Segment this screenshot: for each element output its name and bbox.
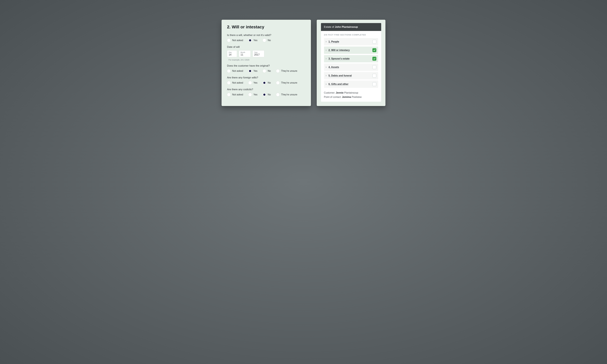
radio-icon <box>248 69 252 73</box>
caret-right-icon <box>326 83 327 85</box>
checkbox-empty-icon <box>372 65 376 69</box>
question-will: Is there a will, whether or not it's val… <box>227 34 305 42</box>
radio-will-yes[interactable]: Yes <box>248 39 257 42</box>
question-foreign: Are there any foreign wills? Not asked Y… <box>227 76 305 85</box>
section-item-spouse[interactable]: 3. Spouse's estate <box>324 55 378 62</box>
section-item-will[interactable]: 2. Will or intestacy <box>324 47 378 54</box>
checkbox-checked-icon <box>372 57 376 61</box>
checkbox-empty-icon <box>372 82 376 86</box>
question-date-of-will: Date of will Day Month Year For example,… <box>227 46 305 61</box>
checkbox-empty-icon <box>372 40 376 44</box>
question-will-options: Not asked Yes No <box>227 39 305 42</box>
question-original-options: Not asked Yes No They're unsure <box>227 69 305 73</box>
radio-codicils-not-asked[interactable]: Not asked <box>227 93 243 96</box>
sidebar-header: Estate of John Plantainsoup <box>321 23 381 31</box>
date-month-input[interactable] <box>240 53 249 56</box>
radio-original-not-asked[interactable]: Not asked <box>227 69 243 73</box>
radio-foreign-yes[interactable]: Yes <box>248 81 257 85</box>
date-of-will-fields: Day Month Year <box>227 50 305 57</box>
radio-icon <box>276 81 280 85</box>
customer-line: Customer: Jennie Plantainsoup <box>324 91 378 94</box>
customer-name-rest: Plantainsoup <box>343 91 358 94</box>
radio-foreign-not-asked[interactable]: Not asked <box>227 81 243 85</box>
poc-label: Point of contact: <box>324 96 342 98</box>
date-of-will-hint: For example, 24 2 2020 <box>228 59 305 61</box>
question-foreign-label: Are there any foreign wills? <box>227 76 305 79</box>
radio-codicils-no[interactable]: No <box>263 93 271 96</box>
date-day-input[interactable] <box>229 53 235 56</box>
date-year-mini-label: Year <box>254 52 263 53</box>
sidebar-inner: Estate of John Plantainsoup 2/6 FACT FIN… <box>321 23 381 102</box>
question-codicils: Are there any codicils? Not asked Yes No… <box>227 88 305 96</box>
question-original-label: Does the customer have the original? <box>227 64 305 67</box>
section-link: 4. Assets <box>329 66 372 68</box>
sidebar-card: Estate of John Plantainsoup 2/6 FACT FIN… <box>317 20 385 106</box>
radio-icon <box>227 93 231 96</box>
section-link: 6. Gifts and other <box>329 83 372 86</box>
section-item-debts[interactable]: 5. Debts and funeral <box>324 72 378 79</box>
date-year-input[interactable] <box>254 53 263 56</box>
radio-icon <box>263 69 266 73</box>
section-item-people[interactable]: 1. People <box>324 38 378 45</box>
question-will-label: Is there a will, whether or not it's val… <box>227 34 305 37</box>
radio-icon <box>248 39 252 42</box>
customer-label: Customer: <box>324 91 336 94</box>
sidebar-body: 2/6 FACT FIND SECTIONS COMPLETED 1. Peop… <box>321 31 381 102</box>
date-of-will-label: Date of will <box>227 46 305 49</box>
radio-icon <box>248 81 252 85</box>
checkbox-empty-icon <box>372 74 376 78</box>
estate-prefix: Estate of <box>324 26 335 28</box>
radio-icon <box>263 93 266 96</box>
radio-codicils-unsure[interactable]: They're unsure <box>276 93 297 96</box>
progress-label: 2/6 FACT FIND SECTIONS COMPLETED <box>324 34 378 36</box>
radio-icon <box>276 69 280 73</box>
section-item-gifts[interactable]: 6. Gifts and other <box>324 80 378 88</box>
question-codicils-options: Not asked Yes No They're unsure <box>227 93 305 96</box>
poc-name-bold: Jemima <box>342 96 351 98</box>
radio-codicils-yes[interactable]: Yes <box>248 93 257 96</box>
date-month-field[interactable]: Month <box>239 50 251 57</box>
poc-line: Point of contact: Jemima Peelstew <box>324 96 378 98</box>
radio-icon <box>248 93 252 96</box>
date-day-field[interactable]: Day <box>227 50 237 57</box>
caret-right-icon <box>326 58 327 59</box>
question-foreign-options: Not asked Yes No They're unsure <box>227 81 305 85</box>
question-original: Does the customer have the original? Not… <box>227 64 305 73</box>
customer-name-bold: Jennie <box>336 91 343 94</box>
radio-icon <box>227 39 231 42</box>
radio-will-not-asked[interactable]: Not asked <box>227 39 243 42</box>
section-list: 1. People 2. Will or intestacy 3. Spouse… <box>324 38 378 88</box>
section-link: 3. Spouse's estate <box>329 57 372 60</box>
checkbox-checked-icon <box>372 48 376 52</box>
form-card: 2. Will or intestacy Is there a will, wh… <box>222 20 311 106</box>
form-title: 2. Will or intestacy <box>227 25 305 29</box>
section-item-assets[interactable]: 4. Assets <box>324 64 378 71</box>
radio-will-no[interactable]: No <box>263 39 271 42</box>
radio-original-no[interactable]: No <box>263 69 271 73</box>
date-year-field[interactable]: Year <box>252 50 264 57</box>
radio-foreign-no[interactable]: No <box>263 81 271 85</box>
caret-right-icon <box>326 50 327 51</box>
caret-right-icon <box>326 75 327 77</box>
radio-icon <box>227 81 231 85</box>
section-link: 5. Debts and funeral <box>329 74 372 77</box>
section-link: 1. People <box>329 40 372 43</box>
radio-foreign-unsure[interactable]: They're unsure <box>276 81 297 85</box>
radio-original-unsure[interactable]: They're unsure <box>276 69 297 73</box>
radio-icon <box>263 39 266 42</box>
estate-name: John Plantainsoup <box>335 26 358 28</box>
caret-right-icon <box>326 41 327 42</box>
poc-name-rest: Peelstew <box>351 96 361 98</box>
date-day-mini-label: Day <box>229 52 235 53</box>
radio-icon <box>227 69 231 73</box>
radio-icon <box>276 93 280 96</box>
caret-right-icon <box>326 66 327 68</box>
question-codicils-label: Are there any codicils? <box>227 88 305 91</box>
section-link: 2. Will or intestacy <box>329 49 372 52</box>
radio-icon <box>263 81 266 85</box>
radio-original-yes[interactable]: Yes <box>248 69 257 73</box>
date-month-mini-label: Month <box>240 52 249 53</box>
